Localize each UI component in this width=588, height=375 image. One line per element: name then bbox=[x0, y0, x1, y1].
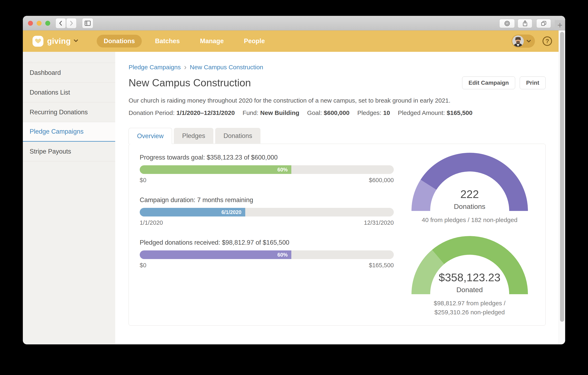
meta-label: Pledges: bbox=[357, 109, 381, 116]
meta-label: Pledged Amount: bbox=[398, 109, 445, 116]
sidebar-toggle-button[interactable] bbox=[82, 18, 93, 28]
scrollbar-thumb[interactable] bbox=[560, 32, 564, 322]
axis-min-label: $0 bbox=[140, 177, 146, 183]
axis-max-label: 12/31/2020 bbox=[364, 219, 394, 226]
share-button[interactable] bbox=[518, 19, 532, 28]
meta-label: Donation Period: bbox=[129, 109, 174, 116]
heart-icon bbox=[35, 37, 42, 45]
window-titlebar: + bbox=[23, 16, 565, 30]
donated-gauge-caption-line2: $259,310.26 non-pledged bbox=[411, 308, 528, 317]
breadcrumb: Pledge Campaigns › New Campus Constructi… bbox=[129, 64, 546, 71]
main-content: Pledge Campaigns › New Campus Constructi… bbox=[115, 52, 559, 344]
axis-max-label: $165,500 bbox=[369, 262, 394, 269]
nav-item-manage[interactable]: Manage bbox=[193, 35, 231, 48]
breadcrumb-separator-icon: › bbox=[184, 64, 187, 70]
progress-goal-bar: 60% bbox=[140, 165, 394, 174]
app-switcher-caret[interactable] bbox=[73, 39, 79, 43]
donations-gauge-caption: 40 from pledges / 182 non-pledged bbox=[411, 215, 528, 224]
donations-count: 222 bbox=[411, 188, 528, 201]
forward-button[interactable] bbox=[66, 18, 76, 28]
chevron-down-icon bbox=[526, 39, 532, 43]
account-menu[interactable] bbox=[512, 35, 535, 48]
share-icon bbox=[522, 20, 528, 27]
donations-gauge: 222 Donations 40 from pledges / 182 non-… bbox=[411, 153, 528, 224]
overview-card: Progress towards goal: $358,123.23 of $6… bbox=[129, 144, 546, 326]
campaign-duration-date: 6/1/2020 bbox=[221, 209, 245, 215]
campaign-duration-label: Campaign duration: 7 months remaining bbox=[140, 196, 394, 204]
nav-item-people[interactable]: People bbox=[237, 35, 272, 48]
edit-campaign-button[interactable]: Edit Campaign bbox=[462, 76, 515, 89]
meta-label: Fund: bbox=[242, 109, 258, 116]
breadcrumb-link-campaign[interactable]: New Campus Construction bbox=[190, 64, 263, 71]
pledged-received-bar: 60% bbox=[140, 250, 394, 259]
breadcrumb-link-pledge-campaigns[interactable]: Pledge Campaigns bbox=[129, 64, 181, 71]
campaign-meta: Donation Period:1/1/2020–12/31/2020 Fund… bbox=[129, 109, 546, 116]
donated-gauge-caption-line1: $98,812.97 from pledges / bbox=[411, 299, 528, 308]
axis-min-label: $0 bbox=[140, 262, 146, 269]
sidebar-item-donations-list[interactable]: Donations List bbox=[23, 82, 115, 102]
print-button[interactable]: Print bbox=[520, 76, 546, 89]
zoom-button[interactable] bbox=[45, 21, 50, 26]
chevron-down-icon bbox=[73, 39, 79, 43]
meta-value: 1/1/2020–12/31/2020 bbox=[176, 109, 235, 116]
sidebar-icon bbox=[84, 20, 91, 26]
campaign-description: Our church is raiding money throughout 2… bbox=[129, 97, 546, 104]
primary-nav: Donations Batches Manage People bbox=[97, 35, 272, 48]
progress-goal-row: Progress towards goal: $358,123.23 of $6… bbox=[140, 154, 394, 183]
donated-unit: Donated bbox=[411, 286, 528, 294]
meta-label: Goal: bbox=[307, 109, 322, 116]
donated-gauge: $358,123.23 Donated $98,812.97 from pled… bbox=[411, 236, 528, 317]
app-header: giving Donations Batches Manage People bbox=[23, 30, 559, 52]
giving-logo[interactable] bbox=[32, 36, 43, 47]
pledged-received-percent: 60% bbox=[277, 252, 291, 258]
campaign-duration-row: Campaign duration: 7 months remaining 6/… bbox=[140, 196, 394, 226]
meta-value: New Building bbox=[260, 109, 299, 116]
pledged-received-row: Pledged donations received: $98,812.97 o… bbox=[140, 239, 394, 269]
meta-value: $600,000 bbox=[324, 109, 349, 116]
donated-amount: $358,123.23 bbox=[411, 271, 528, 284]
sidebar-item-dashboard[interactable]: Dashboard bbox=[23, 63, 115, 82]
nav-item-donations[interactable]: Donations bbox=[97, 35, 142, 48]
sidebar: Dashboard Donations List Recurring Donat… bbox=[23, 52, 115, 344]
campaign-duration-bar: 6/1/2020 bbox=[140, 208, 394, 216]
page-title: New Campus Construction bbox=[129, 77, 251, 89]
minimize-button[interactable] bbox=[37, 21, 42, 26]
progress-goal-percent: 60% bbox=[277, 167, 291, 173]
sidebar-item-recurring-donations[interactable]: Recurring Donations bbox=[23, 102, 115, 122]
tab-pledges[interactable]: Pledges bbox=[174, 128, 213, 144]
tabs-icon bbox=[541, 20, 547, 27]
back-button[interactable] bbox=[55, 18, 66, 28]
tab-overview[interactable]: Overview bbox=[129, 128, 172, 144]
scrollbar-track[interactable] bbox=[559, 30, 565, 344]
new-tab-button[interactable]: + bbox=[555, 20, 565, 30]
pledged-received-label: Pledged donations received: $98,812.97 o… bbox=[140, 239, 394, 246]
onepassword-icon bbox=[504, 20, 510, 27]
browser-window: + giving Do bbox=[23, 16, 565, 344]
onepassword-button[interactable] bbox=[499, 19, 515, 28]
meta-value: 10 bbox=[383, 109, 390, 116]
avatar bbox=[512, 35, 524, 47]
help-button[interactable]: ? bbox=[543, 36, 552, 46]
donations-unit: Donations bbox=[411, 203, 528, 211]
tab-donations[interactable]: Donations bbox=[215, 128, 261, 144]
axis-min-label: 1/1/2020 bbox=[140, 219, 163, 226]
progress-goal-label: Progress towards goal: $358,123.23 of $6… bbox=[140, 154, 394, 161]
close-button[interactable] bbox=[28, 21, 33, 26]
meta-value: $165,500 bbox=[447, 109, 472, 116]
chevron-right-icon bbox=[69, 20, 74, 27]
chevron-left-icon bbox=[58, 20, 63, 27]
sidebar-item-stripe-payouts[interactable]: Stripe Payouts bbox=[23, 142, 115, 161]
campaign-tabs: Overview Pledges Donations bbox=[129, 128, 546, 144]
sidebar-item-pledge-campaigns[interactable]: Pledge Campaigns bbox=[23, 122, 115, 142]
app-name: giving bbox=[47, 37, 71, 46]
nav-item-batches[interactable]: Batches bbox=[148, 35, 187, 48]
tab-overview-button[interactable] bbox=[536, 19, 551, 28]
axis-max-label: $600,000 bbox=[369, 177, 394, 183]
